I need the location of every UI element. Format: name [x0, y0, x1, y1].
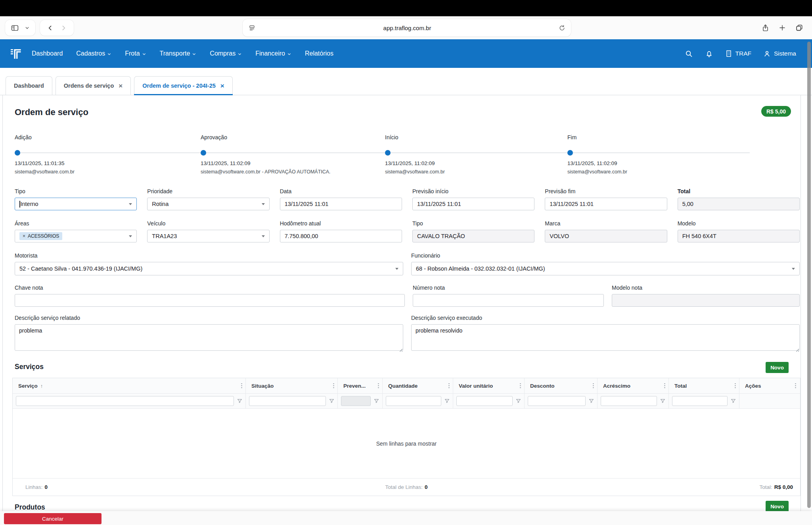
- nav-item-frota[interactable]: Frota: [125, 50, 146, 57]
- url-text[interactable]: app.traflog.com.br: [256, 25, 559, 31]
- column-menu-icon[interactable]: [794, 383, 797, 389]
- close-tab-icon[interactable]: ×: [220, 83, 224, 89]
- prioridade-select[interactable]: Rotina: [147, 198, 269, 210]
- chip-remove-icon[interactable]: ×: [23, 233, 25, 239]
- sidebar-toggle-group[interactable]: [5, 20, 35, 36]
- sidebar-chevron-down-icon[interactable]: [25, 25, 30, 31]
- previsao-inicio-value: 13/11/2025 11:01: [417, 201, 461, 207]
- timeline-dot: [385, 150, 391, 156]
- filter-funnel-icon[interactable]: [444, 398, 450, 404]
- company-switcher[interactable]: TRAF: [725, 50, 751, 58]
- notifications-bell-icon[interactable]: [705, 50, 713, 58]
- nav-item-relatorios[interactable]: Relatórios: [305, 50, 333, 57]
- tab-overview-icon[interactable]: [795, 24, 803, 32]
- filter-funnel-icon[interactable]: [516, 398, 521, 404]
- filter-funnel-icon[interactable]: [589, 398, 594, 404]
- search-icon[interactable]: [685, 50, 693, 58]
- column-menu-icon[interactable]: [519, 383, 522, 389]
- hodometro-value: 7.750.800,00: [285, 233, 318, 239]
- numero-nota-input[interactable]: [413, 294, 604, 307]
- previsao-inicio-input[interactable]: 13/11/2025 11:01: [412, 198, 534, 210]
- column-header-acoes[interactable]: Ações: [739, 378, 799, 393]
- nav-item-compras[interactable]: Compras: [210, 50, 242, 57]
- timeline-step-adicao: Adição 13/11/2025, 11:01:35 sistema@vsof…: [15, 134, 189, 140]
- filter-funnel-icon[interactable]: [237, 398, 242, 404]
- filter-input-quantidade[interactable]: [386, 396, 441, 406]
- filter-input-servico[interactable]: [16, 396, 234, 406]
- close-tab-icon[interactable]: ×: [119, 83, 123, 89]
- filter-input-desconto[interactable]: [528, 396, 586, 406]
- column-menu-icon[interactable]: [663, 383, 666, 389]
- chave-nota-input[interactable]: [15, 294, 405, 307]
- column-header-valor-unitario[interactable]: Valor unitário: [453, 378, 525, 393]
- new-tab-icon[interactable]: [779, 24, 786, 31]
- sort-ascending-icon[interactable]: ↑: [40, 383, 43, 389]
- column-menu-icon[interactable]: [734, 383, 737, 389]
- timeline-step-inicio: Início 13/11/2025, 11:02:09 sistema@vsof…: [385, 134, 559, 140]
- refresh-icon[interactable]: [559, 25, 565, 31]
- data-input[interactable]: 13/11/2025 11:01: [280, 198, 402, 210]
- descricao-executado-textarea[interactable]: problema resolvido: [411, 324, 800, 351]
- column-header-total[interactable]: Total: [669, 378, 739, 393]
- sidebar-icon[interactable]: [11, 24, 19, 32]
- motorista-value: 52 - Caetano Silva - 041.970.436-19 (IJA…: [19, 265, 142, 272]
- descricao-relatado-textarea[interactable]: problema: [15, 324, 403, 351]
- veiculo-select[interactable]: TRA1A23: [147, 230, 269, 242]
- filter-funnel-icon[interactable]: [329, 398, 334, 404]
- table-filter-row: [13, 393, 800, 408]
- tab-ordens-de-servico[interactable]: Ordens de serviço ×: [56, 76, 131, 95]
- user-menu[interactable]: Sistema: [763, 50, 796, 58]
- page-scrollbar[interactable]: [807, 42, 811, 508]
- chevron-down-icon: [287, 52, 291, 56]
- motorista-select[interactable]: 52 - Caetano Silva - 041.970.436-19 (IJA…: [15, 262, 403, 275]
- previsao-fim-input[interactable]: 13/11/2025 11:01: [545, 198, 667, 210]
- column-header-acrescimo[interactable]: Acréscimo: [598, 378, 669, 393]
- nav-item-transporte[interactable]: Transporte: [160, 50, 197, 57]
- column-menu-icon[interactable]: [448, 383, 450, 389]
- tab-label: Ordem de serviço - 204I-25: [142, 83, 216, 89]
- timeline-track: [15, 152, 750, 153]
- produtos-novo-button[interactable]: Novo: [766, 501, 789, 512]
- tab-dashboard[interactable]: Dashboard: [6, 76, 52, 95]
- chevron-down-icon: [142, 52, 146, 56]
- column-menu-icon[interactable]: [240, 383, 243, 389]
- address-bar[interactable]: app.traflog.com.br: [243, 19, 571, 37]
- back-button[interactable]: [47, 25, 54, 31]
- filter-input-total[interactable]: [672, 396, 728, 406]
- page-format-icon[interactable]: [248, 24, 256, 32]
- nav-item-dashboard[interactable]: Dashboard: [32, 50, 63, 57]
- traflog-logo-icon[interactable]: [10, 48, 21, 60]
- column-menu-icon[interactable]: [592, 383, 595, 389]
- tab-ordem-de-servico-204I-25[interactable]: Ordem de serviço - 204I-25 ×: [134, 76, 233, 95]
- column-header-preventiva[interactable]: Preven...: [338, 378, 383, 393]
- forward-button[interactable]: [60, 25, 67, 31]
- filter-input-situacao[interactable]: [249, 396, 326, 406]
- field-label: Tipo: [412, 220, 534, 227]
- filter-input-acrescimo[interactable]: [601, 396, 657, 406]
- column-header-servico[interactable]: Serviço ↑: [13, 378, 246, 393]
- dropdown-arrow-icon: [262, 203, 265, 205]
- workspace-tabstrip: Dashboard Ordens de serviço × Ordem de s…: [0, 68, 812, 95]
- tipo-select[interactable]: Interno: [15, 198, 137, 210]
- areas-multiselect[interactable]: × ACESSÓRIOS: [15, 230, 137, 242]
- cancel-button[interactable]: Cancelar: [4, 513, 102, 524]
- column-header-quantidade[interactable]: Quantidade: [383, 378, 453, 393]
- column-menu-icon[interactable]: [332, 383, 335, 389]
- text-caret: [19, 201, 20, 208]
- filter-funnel-icon[interactable]: [660, 398, 665, 404]
- field-label: Veículo: [147, 220, 269, 227]
- nav-item-financeiro[interactable]: Financeiro: [255, 50, 291, 57]
- filter-input-valor-unitario[interactable]: [456, 396, 513, 406]
- filter-funnel-icon[interactable]: [731, 398, 736, 404]
- column-header-desconto[interactable]: Desconto: [525, 378, 598, 393]
- funcionario-select[interactable]: 68 - Robson Almeida - 032.032.032-01 (IJ…: [411, 262, 800, 275]
- nav-item-cadastros[interactable]: Cadastros: [76, 50, 111, 57]
- servicos-novo-button[interactable]: Novo: [766, 362, 789, 373]
- column-header-situacao[interactable]: Situação: [246, 378, 338, 393]
- tab-label: Ordens de serviço: [64, 83, 114, 89]
- share-icon[interactable]: [762, 24, 769, 32]
- hodometro-input[interactable]: 7.750.800,00: [280, 230, 402, 242]
- filter-funnel-icon[interactable]: [374, 398, 379, 404]
- data-value: 13/11/2025 11:01: [285, 201, 329, 207]
- column-menu-icon[interactable]: [377, 383, 380, 389]
